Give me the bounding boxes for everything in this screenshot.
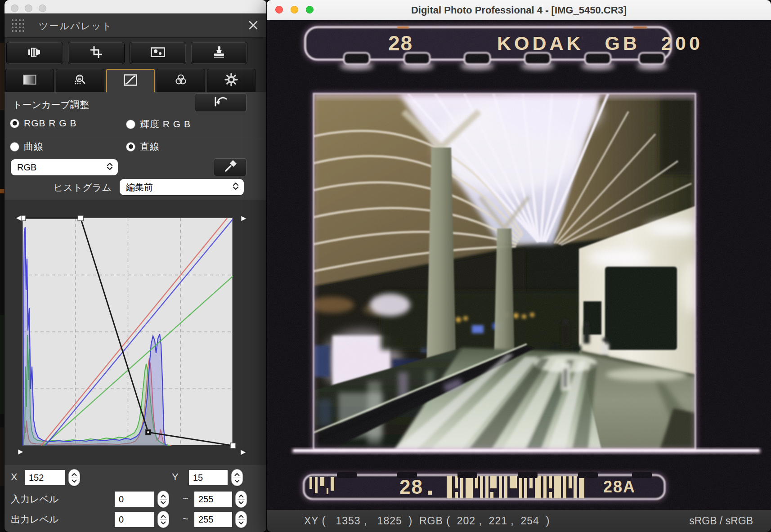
gear-icon	[224, 73, 238, 88]
histogram-label: ヒストグラム	[4, 181, 112, 194]
radio-luminance-mode[interactable]: 輝度 R G B	[126, 118, 191, 130]
crop-icon	[90, 46, 103, 60]
input-level-min[interactable]	[115, 492, 154, 507]
curve-point-center-dot	[147, 431, 149, 433]
photo-canvas[interactable]: 28 KODAK GB 200	[267, 20, 771, 510]
radio-rgb-mode[interactable]: RGB R G B	[10, 118, 77, 129]
zoom-window-button[interactable]	[39, 4, 46, 12]
radio-selected-icon	[10, 119, 19, 128]
input-min-stepper[interactable]	[157, 491, 169, 508]
main-window: Digital Photo Professional 4 - [IMG_5450…	[267, 0, 771, 532]
radio-unselected-icon	[10, 142, 19, 152]
input-level-row: 入力レベル ~	[4, 490, 267, 508]
curve-type-row: 曲線 直線	[4, 140, 267, 154]
dust-delete-icon	[151, 46, 165, 60]
chevron-updown-icon	[232, 182, 239, 193]
main-titlebar[interactable]: Digital Photo Professional 4 - [IMG_5450…	[267, 0, 771, 20]
y-input[interactable]	[189, 470, 228, 485]
radio-line-type[interactable]: 直線	[126, 140, 160, 153]
drag-handle-icon[interactable]	[11, 18, 26, 36]
output-level-min[interactable]	[115, 512, 154, 527]
curve-plot-panel	[4, 200, 267, 465]
curve-mode-row: RGB R G B 輝度 R G B	[4, 118, 267, 131]
reset-curve-button[interactable]	[195, 93, 247, 112]
tilde: ~	[183, 513, 188, 525]
gradient-icon	[23, 74, 36, 87]
radio-rgb-label: RGB R G B	[24, 118, 77, 129]
channel-line-blue	[45, 219, 233, 446]
crop-tool-button[interactable]	[68, 42, 125, 64]
histogram-mode-select[interactable]: 編集前	[120, 179, 244, 195]
output-level-label: 出力レベル	[11, 513, 58, 526]
radio-curve-label: 曲線	[24, 140, 44, 153]
section-title: トーンカーブ調整	[13, 98, 89, 111]
radio-unselected-icon	[126, 120, 135, 129]
window-title: Digital Photo Professional 4 - [IMG_5450…	[267, 4, 771, 16]
tone-curve-panel: トーンカーブ調整 RGB R G B 輝度 R G B	[4, 92, 267, 532]
desktop: ツールパレット	[0, 0, 771, 532]
tool-palette-window: ツールパレット	[4, 0, 267, 532]
plot-grid	[23, 218, 233, 446]
tilde: ~	[183, 493, 188, 505]
channel-line-green	[44, 276, 233, 446]
colorspace-readout: sRGB / sRGB	[689, 515, 753, 527]
tab-settings[interactable]	[207, 69, 256, 92]
x-label: X	[11, 471, 18, 483]
palette-header: ツールパレット	[4, 13, 267, 38]
chevron-updown-icon	[106, 162, 113, 173]
status-bar: XY ( 1353 , 1825 ) RGB ( 202 , 221 , 254…	[267, 510, 771, 532]
point-coords-row: X Y	[4, 469, 267, 487]
dust-delete-tool-button[interactable]	[130, 42, 186, 64]
stamp-icon	[213, 46, 225, 60]
magnifier-grid-icon	[74, 73, 86, 88]
palette-title: ツールパレット	[39, 20, 112, 32]
stamp-tool-button[interactable]	[191, 42, 247, 64]
tab-color-adjustment[interactable]	[157, 69, 205, 92]
x-stepper[interactable]	[68, 469, 80, 486]
lens-tool-button[interactable]	[6, 42, 63, 64]
tone-curve-plot[interactable]	[22, 218, 233, 445]
tab-tone-curve[interactable]	[106, 69, 155, 92]
histogram-blue	[23, 227, 167, 446]
input-level-label: 入力レベル	[11, 493, 58, 505]
y-label: Y	[172, 471, 179, 483]
radio-luminance-label: 輝度 R G B	[140, 118, 191, 130]
white-point-picker-button[interactable]	[214, 158, 247, 176]
eyedropper-icon	[224, 160, 237, 175]
input-level-max[interactable]	[194, 492, 232, 507]
radio-selected-icon	[126, 142, 135, 152]
reset-icon	[213, 96, 229, 109]
tab-detail-adjustment[interactable]	[56, 69, 104, 92]
radio-line-label: 直線	[140, 140, 160, 153]
close-icon[interactable]	[247, 19, 260, 31]
histogram-mode-value: 編集前	[126, 181, 232, 193]
output-level-max[interactable]	[194, 512, 232, 527]
palette-titlebar[interactable]	[4, 0, 267, 13]
palette-traffic-lights	[11, 4, 46, 12]
input-max-stepper[interactable]	[235, 491, 247, 508]
divider	[4, 137, 267, 137]
close-window-button[interactable]	[11, 4, 18, 12]
output-min-stepper[interactable]	[157, 511, 169, 528]
y-stepper[interactable]	[231, 469, 243, 486]
x-input[interactable]	[25, 470, 65, 485]
color-wheel-icon	[174, 73, 188, 88]
output-level-row: 出力レベル ~	[4, 510, 267, 528]
radio-curve-type[interactable]: 曲線	[10, 140, 44, 153]
minimize-window-button[interactable]	[25, 4, 32, 12]
tone-curve-icon	[124, 74, 137, 88]
channel-select-value: RGB	[17, 162, 106, 173]
channel-select[interactable]: RGB	[11, 159, 118, 175]
cursor-readout: XY ( 1353 , 1825 ) RGB ( 202 , 221 , 254…	[304, 515, 550, 527]
lens-icon	[28, 46, 41, 60]
curve-point[interactable]	[78, 215, 83, 221]
tab-basic-adjustment[interactable]	[5, 69, 54, 92]
output-max-stepper[interactable]	[235, 511, 247, 528]
curve-point[interactable]	[230, 443, 236, 448]
film-grain-overlay	[267, 20, 771, 510]
